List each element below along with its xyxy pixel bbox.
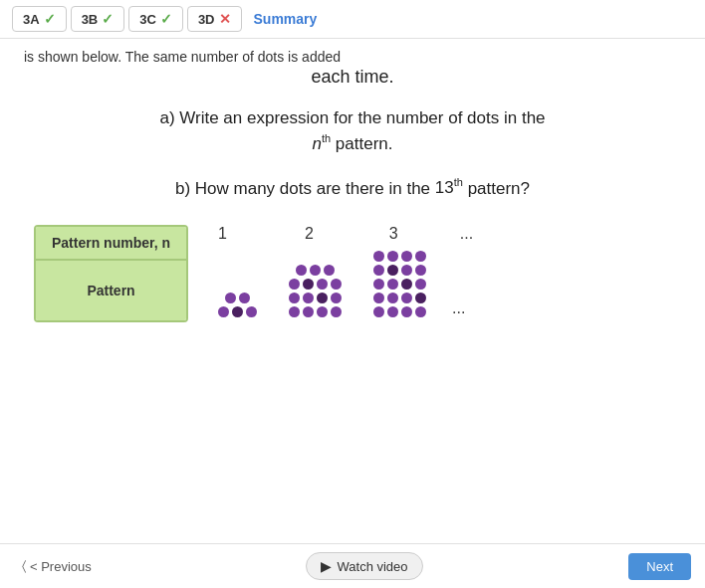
pattern-num-2: 2 <box>305 225 314 243</box>
dot <box>310 265 321 276</box>
question-b: b) How many dots are there in the 13th p… <box>24 175 681 201</box>
dot <box>415 293 426 303</box>
dot <box>218 306 229 317</box>
question-a-end: pattern. <box>336 134 393 153</box>
question-a-math: nth pattern. <box>312 134 392 153</box>
summary-link[interactable]: Summary <box>254 11 318 27</box>
dot <box>415 306 426 317</box>
video-icon: ▶ <box>321 558 332 574</box>
pattern-table-section: Pattern number, n Pattern 1 2 3 ... <box>34 225 681 322</box>
question-b-num: 13th <box>435 178 463 197</box>
pattern-num-ellipsis: ... <box>460 225 473 243</box>
dot <box>303 279 314 290</box>
dot-row <box>218 306 257 317</box>
pattern-num-1: 1 <box>218 225 227 243</box>
table-body: Pattern <box>36 261 186 320</box>
dot <box>317 306 328 317</box>
dot-pattern-1 <box>218 293 257 317</box>
patterns-display: 1 2 3 ... <box>218 225 473 317</box>
dot-row <box>289 279 342 290</box>
dot-row <box>373 279 426 290</box>
pattern-numbers-row: 1 2 3 ... <box>218 225 473 243</box>
tab-3C-label: 3C <box>139 12 156 27</box>
dot <box>239 293 250 303</box>
dot <box>373 251 384 262</box>
top-navigation: 3A ✓ 3B ✓ 3C ✓ 3D ✕ Summary <box>0 0 705 39</box>
watch-video-button[interactable]: ▶ Watch video <box>306 552 423 580</box>
dot <box>373 306 384 317</box>
check-icon-3C: ✓ <box>160 11 172 27</box>
dot-pattern-3 <box>373 251 426 317</box>
dot <box>387 279 398 290</box>
dot <box>331 279 342 290</box>
tab-3B-label: 3B <box>82 12 99 27</box>
dot-pattern-2 <box>289 265 342 317</box>
dot <box>387 293 398 303</box>
dot-row <box>296 265 335 276</box>
tab-3A[interactable]: 3A ✓ <box>12 6 67 32</box>
dot <box>401 251 412 262</box>
dot <box>415 279 426 290</box>
question-a: a) Write an expression for the number of… <box>24 105 681 157</box>
dot <box>317 293 328 303</box>
dot <box>401 265 412 276</box>
question-a-text: a) Write an expression for the number of… <box>159 108 545 127</box>
dot <box>303 306 314 317</box>
n-variable: n <box>312 134 321 153</box>
dot <box>387 306 398 317</box>
dot <box>289 306 300 317</box>
dot <box>296 265 307 276</box>
tab-3D[interactable]: 3D ✕ <box>187 6 242 32</box>
dot-patterns-row: ... <box>218 251 473 317</box>
next-button[interactable]: Next <box>628 553 691 580</box>
dot <box>415 265 426 276</box>
dot <box>387 251 398 262</box>
dot <box>373 293 384 303</box>
tab-3C[interactable]: 3C ✓ <box>128 6 183 32</box>
dot <box>232 306 243 317</box>
th-superscript-b: th <box>454 177 463 189</box>
dot <box>415 251 426 262</box>
pattern-table: Pattern number, n Pattern <box>34 225 188 322</box>
dot <box>401 306 412 317</box>
dot-row <box>373 265 426 276</box>
dot-row <box>373 306 426 317</box>
dot <box>317 279 328 290</box>
dot <box>225 293 236 303</box>
check-icon-3A: ✓ <box>44 11 56 27</box>
table-header: Pattern number, n <box>36 227 186 261</box>
previous-label: < Previous <box>30 559 92 574</box>
dot <box>246 306 257 317</box>
question-b-end: pattern? <box>468 178 530 197</box>
dot <box>303 293 314 303</box>
dot <box>289 279 300 290</box>
dot-row <box>289 293 342 303</box>
dot <box>324 265 335 276</box>
partial-text: is shown below. The same number of dots … <box>24 49 681 65</box>
dot-row <box>225 293 250 303</box>
previous-button[interactable]: 〈 < Previous <box>14 554 100 578</box>
x-icon-3D: ✕ <box>219 11 231 27</box>
dot-row <box>289 306 342 317</box>
tab-3A-label: 3A <box>23 12 40 27</box>
dot-row <box>373 293 426 303</box>
dot <box>331 293 342 303</box>
dot <box>387 265 398 276</box>
dot <box>331 306 342 317</box>
watch-video-label: Watch video <box>338 559 408 574</box>
prev-chevron-icon: 〈 <box>22 558 26 574</box>
next-label: Next <box>646 559 673 574</box>
main-content: is shown below. The same number of dots … <box>0 39 705 332</box>
tab-3D-label: 3D <box>198 12 215 27</box>
bottom-bar: 〈 < Previous ▶ Watch video Next <box>0 543 705 588</box>
tab-3B[interactable]: 3B ✓ <box>71 6 125 32</box>
dot-row <box>373 251 426 262</box>
question-b-start: b) How many dots are there in the <box>175 178 430 197</box>
dot <box>401 293 412 303</box>
each-time-text: each time. <box>24 67 681 88</box>
th-superscript: th <box>322 133 331 145</box>
check-icon-3B: ✓ <box>102 11 114 27</box>
dot <box>373 265 384 276</box>
dots-ellipsis: ... <box>452 299 465 317</box>
dot <box>401 279 412 290</box>
